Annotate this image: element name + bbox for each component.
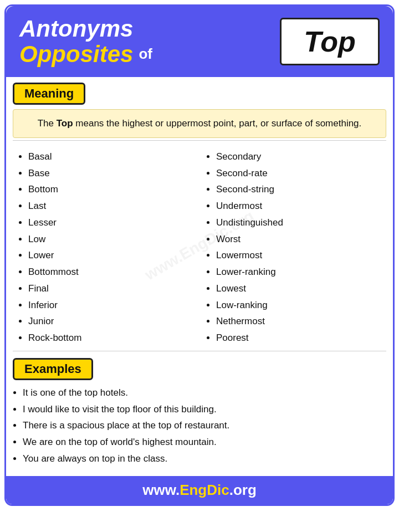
divider2 bbox=[13, 351, 386, 351]
divider1 bbox=[13, 140, 386, 141]
footer: www.EngDic.org bbox=[6, 476, 393, 504]
examples-list: It is one of the top hotels. I would lik… bbox=[6, 380, 393, 472]
list-item: Lower-ranking bbox=[216, 264, 381, 280]
list-item: Base bbox=[28, 165, 193, 182]
list-item: Undistinguished bbox=[216, 214, 381, 231]
header: Antonyms Opposites of Top bbox=[6, 6, 393, 77]
header-right: Top bbox=[280, 18, 380, 65]
list-item: Lowest bbox=[216, 280, 381, 297]
meaning-bold-word: Top bbox=[57, 118, 73, 129]
list-item: Bottommost bbox=[28, 264, 193, 280]
list-item: Lower bbox=[28, 247, 193, 264]
header-left: Antonyms Opposites of bbox=[19, 16, 152, 67]
examples-section: Examples It is one of the top hotels. I … bbox=[6, 354, 393, 472]
antonyms-list-col2: Secondary Second-rate Second-string Unde… bbox=[206, 149, 381, 346]
examples-label: Examples bbox=[24, 362, 81, 376]
antonyms-col2: Secondary Second-rate Second-string Unde… bbox=[200, 149, 387, 346]
list-item: Nethermost bbox=[216, 313, 381, 330]
footer-engdic: EngDic bbox=[180, 482, 229, 498]
meaning-label-box: Meaning bbox=[13, 83, 85, 105]
list-item: Inferior bbox=[28, 297, 193, 314]
meaning-section: Meaning The Top means the highest or upp… bbox=[6, 77, 393, 138]
header-word: Top bbox=[304, 25, 355, 58]
footer-text: www.EngDic.org bbox=[142, 482, 257, 498]
examples-label-box: Examples bbox=[13, 358, 93, 380]
list-item: Low-ranking bbox=[216, 297, 381, 314]
meaning-text-suffix: means the highest or uppermost point, pa… bbox=[73, 118, 362, 129]
meaning-text: The Top means the highest or uppermost p… bbox=[23, 116, 376, 131]
list-item: Lowermost bbox=[216, 247, 381, 264]
example-item: We are on the top of world's highest mou… bbox=[23, 434, 384, 451]
example-item: You are always on top in the class. bbox=[23, 451, 384, 467]
list-item: Last bbox=[28, 198, 193, 214]
example-item: It is one of the top hotels. bbox=[23, 385, 384, 401]
list-item: Second-string bbox=[216, 181, 381, 198]
list-item: Bottom bbox=[28, 181, 193, 198]
footer-org: .org bbox=[229, 482, 257, 498]
list-item: Basal bbox=[28, 149, 193, 165]
header-word-box: Top bbox=[280, 18, 380, 65]
list-item: Low bbox=[28, 231, 193, 248]
header-antonyms: Antonyms bbox=[19, 16, 133, 42]
list-item: Secondary bbox=[216, 149, 381, 165]
header-of-label: of bbox=[139, 45, 152, 63]
list-item: Second-rate bbox=[216, 165, 381, 182]
main-container: Antonyms Opposites of Top Meaning The To… bbox=[4, 4, 395, 506]
list-item: Lesser bbox=[28, 214, 193, 231]
header-titles-stack: Antonyms Opposites bbox=[19, 16, 133, 67]
antonyms-list-col1: Basal Base Bottom Last Lesser Low Lower … bbox=[18, 149, 193, 346]
list-item: Final bbox=[28, 280, 193, 297]
list-item: Worst bbox=[216, 231, 381, 248]
list-item: Poorest bbox=[216, 330, 381, 346]
list-item: Junior bbox=[28, 313, 193, 330]
antonyms-col1: Basal Base Bottom Last Lesser Low Lower … bbox=[12, 149, 200, 346]
header-titles-row: Antonyms Opposites of bbox=[19, 16, 152, 67]
example-item: There is a spacious place at the top of … bbox=[23, 417, 384, 434]
header-opposites: Opposites bbox=[19, 42, 133, 67]
footer-www: www. bbox=[142, 482, 180, 498]
list-item: Undermost bbox=[216, 198, 381, 214]
list-item: Rock-bottom bbox=[28, 330, 193, 346]
meaning-box: The Top means the highest or uppermost p… bbox=[13, 109, 386, 138]
antonyms-list-section: Basal Base Bottom Last Lesser Low Lower … bbox=[6, 143, 393, 349]
example-item: I would like to visit the top floor of t… bbox=[23, 401, 384, 418]
meaning-label: Meaning bbox=[24, 86, 74, 100]
